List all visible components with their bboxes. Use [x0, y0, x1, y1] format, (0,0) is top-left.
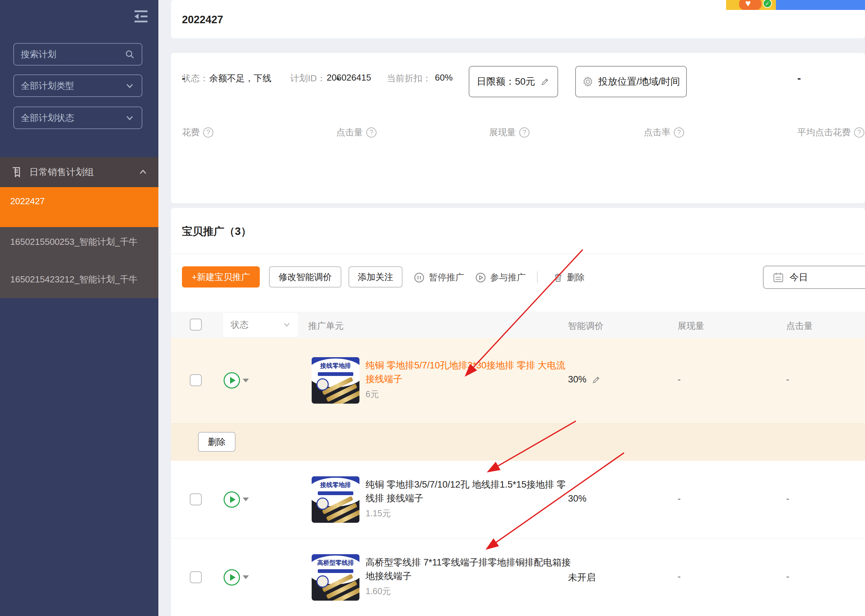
- product-price: 6元: [366, 388, 574, 400]
- join-promotion-label: 参与推广: [490, 272, 526, 283]
- search-placeholder: 搜索计划: [21, 49, 125, 60]
- impressions-value: -: [678, 374, 681, 385]
- row-status-play-button[interactable]: [224, 569, 249, 586]
- col-header-smart-bid: 智能调价: [568, 320, 603, 332]
- status-label: 状态：: [182, 72, 209, 84]
- table-row: 高桥型零线排 高桥型零线排 7*11零线端子排零地排铜排配电箱接地接线端子 1.…: [171, 539, 865, 616]
- table-row: 接线零地排 纯铜 零地排3/5/7/10/12孔 地线排1.5*15接地排 零线…: [171, 460, 865, 539]
- product-title-link[interactable]: 纯铜 零地排3/5/7/10/12孔 地线排1.5*15接地排 零线排 接线端子: [366, 478, 574, 505]
- product-image-strip: [318, 372, 353, 376]
- item-promotion-card: 宝贝推广（3） +新建宝贝推广 修改智能调价 添加关注 暂停推广 参与推广 删除: [171, 208, 865, 616]
- question-icon[interactable]: ?: [203, 127, 214, 138]
- calendar-icon: [772, 272, 784, 283]
- caret-down-icon: [243, 379, 249, 382]
- col-header-unit: 推广单元: [308, 320, 344, 332]
- chevron-up-icon: [138, 167, 148, 177]
- plan-status-select-value: 全部计划状态: [21, 112, 125, 124]
- row-checkbox[interactable]: [190, 493, 202, 505]
- caret-down-icon: [243, 498, 249, 501]
- sidebar-item-plan-1650215500253[interactable]: 1650215500253_智能计划_千牛: [0, 227, 159, 265]
- discount-label: 当前折扣：: [387, 72, 431, 84]
- daily-limit-label: 日限额：50元: [477, 75, 535, 88]
- clicks-value: -: [786, 493, 789, 504]
- check-badge-icon: ✓: [763, 0, 772, 8]
- delete-action-label: 删除: [567, 272, 585, 283]
- add-follow-button[interactable]: 添加关注: [349, 266, 402, 288]
- plan-type-select[interactable]: 全部计划类型: [13, 74, 142, 97]
- pencil-icon[interactable]: [591, 375, 601, 385]
- discount-value: 60%: [435, 72, 453, 83]
- sidebar-item-plan-2022427[interactable]: 2022427: [0, 187, 159, 227]
- targeting-button[interactable]: 投放位置/地域/时间: [575, 66, 687, 97]
- product-image-lens: [316, 575, 329, 588]
- question-icon[interactable]: ?: [519, 127, 529, 138]
- heart-icon: ♥: [745, 0, 751, 9]
- product-image-banner-text: 高桥型零线排: [312, 559, 360, 567]
- date-range-button[interactable]: 今日: [763, 266, 865, 289]
- row-action-band: 删除: [171, 423, 865, 460]
- row-checkbox[interactable]: [190, 571, 202, 583]
- pause-promotion-action[interactable]: 暂停推广: [414, 272, 464, 283]
- row-status-play-button[interactable]: [224, 491, 249, 508]
- promo-section-title: 宝贝推广（3）: [182, 224, 251, 239]
- question-icon[interactable]: ?: [674, 127, 684, 138]
- question-icon[interactable]: ?: [854, 127, 864, 138]
- divider: [171, 254, 865, 254]
- plan-group-title: 日常销售计划组: [29, 166, 138, 178]
- sidebar-collapse-icon[interactable]: [133, 9, 149, 23]
- plan-group-header[interactable]: 日常销售计划组: [0, 157, 159, 187]
- product-image-banner-text: 接线零地排: [312, 361, 360, 370]
- product-image[interactable]: 接线零地排: [312, 357, 360, 404]
- plan-list: 2022427 1650215500253_智能计划_千牛 1650215423…: [0, 187, 159, 298]
- status-filter-dropdown[interactable]: 状态: [223, 313, 298, 337]
- plan-status-select[interactable]: 全部计划状态: [13, 107, 142, 129]
- smart-bid-value: 30%: [568, 493, 586, 504]
- row-delete-button[interactable]: 删除: [198, 432, 235, 452]
- notebook-icon: [10, 166, 22, 178]
- table-header: 状态 推广单元 智能调价 展现量 点击量: [171, 312, 865, 338]
- sidebar-item-plan-1650215423212[interactable]: 1650215423212_智能计划_千牛: [0, 265, 159, 298]
- new-promotion-button[interactable]: +新建宝贝推广: [182, 266, 260, 288]
- product-image[interactable]: 接线零地排: [312, 476, 360, 523]
- banner-sticker[interactable]: ♥ ✓: [726, 0, 776, 10]
- join-promotion-action[interactable]: 参与推广: [475, 272, 526, 283]
- search-input[interactable]: 搜索计划: [13, 43, 142, 66]
- stat-col-ctr: 点击率 ?: [644, 126, 684, 138]
- date-range-label: 今日: [790, 271, 808, 283]
- delete-action[interactable]: 删除: [553, 272, 585, 283]
- clicks-value: -: [786, 374, 789, 385]
- row-checkbox[interactable]: [190, 374, 202, 386]
- clicks-value: -: [786, 571, 789, 582]
- plan-id-value: 206026415: [327, 72, 371, 83]
- stat-col-clicks: 点击量 ?: [336, 126, 377, 138]
- product-image-lens: [316, 498, 329, 510]
- stat-value: -: [797, 72, 801, 84]
- plan-item-label: 1650215423212_智能计划_千牛: [10, 274, 138, 284]
- product-title-link[interactable]: 高桥型零线排 7*11零线端子排零地排铜排配电箱接地接线端子: [366, 556, 574, 583]
- chevron-down-icon: [283, 321, 290, 328]
- pause-circle-icon: [414, 272, 425, 283]
- product-image-lens: [316, 378, 329, 391]
- trash-icon: [553, 272, 563, 283]
- impressions-value: -: [678, 571, 681, 582]
- product-image[interactable]: 高桥型零线排: [312, 554, 360, 600]
- banner-blue-bar[interactable]: [776, 0, 865, 10]
- targeting-label: 投放位置/地域/时间: [598, 75, 680, 88]
- smart-bid-value: 未开启: [568, 571, 596, 583]
- product-price: 1.60元: [366, 586, 574, 597]
- product-image-banner-text: 接线零地排: [312, 481, 360, 489]
- page-title: 2022427: [182, 14, 223, 26]
- product-title-link[interactable]: 纯铜 零地排5/7/10孔地排3*30接地排 零排 大电流 接线端子: [366, 358, 574, 386]
- daily-limit-button[interactable]: 日限额：50元: [469, 66, 558, 97]
- product-image-strip: [318, 491, 353, 495]
- caret-down-icon: [243, 575, 249, 579]
- play-status-icon: [224, 491, 240, 508]
- chevron-down-icon: [125, 80, 135, 91]
- modify-smart-bid-button[interactable]: 修改智能调价: [269, 266, 341, 288]
- toolbar-divider: [537, 272, 538, 283]
- pencil-icon: [540, 77, 550, 87]
- status-filter-label: 状态: [231, 319, 283, 331]
- question-icon[interactable]: ?: [366, 127, 377, 138]
- select-all-checkbox[interactable]: [190, 319, 202, 330]
- row-status-play-button[interactable]: [224, 372, 249, 388]
